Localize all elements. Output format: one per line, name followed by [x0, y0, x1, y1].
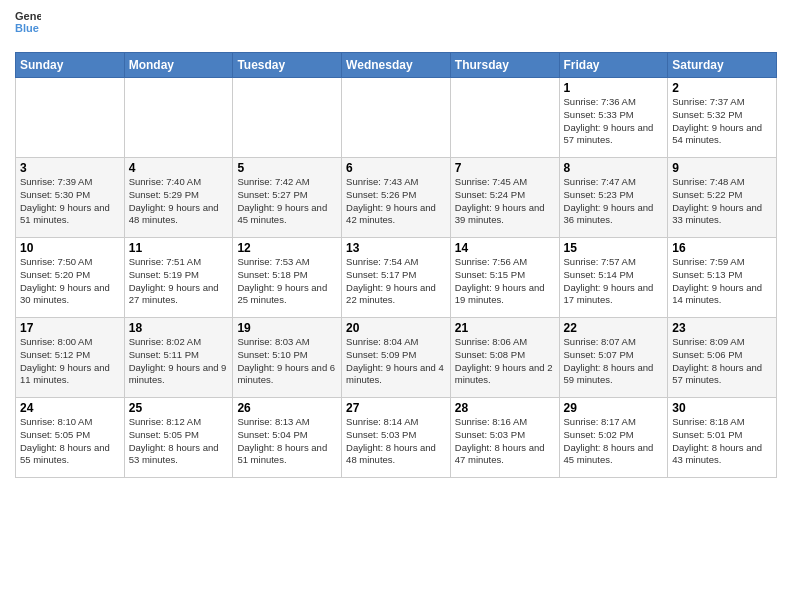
day-cell: 24Sunrise: 8:10 AM Sunset: 5:05 PM Dayli…	[16, 398, 125, 478]
day-number: 6	[346, 161, 446, 175]
day-cell: 17Sunrise: 8:00 AM Sunset: 5:12 PM Dayli…	[16, 318, 125, 398]
header: General Blue	[15, 10, 777, 46]
day-number: 12	[237, 241, 337, 255]
day-cell: 16Sunrise: 7:59 AM Sunset: 5:13 PM Dayli…	[668, 238, 777, 318]
day-number: 18	[129, 321, 229, 335]
day-cell: 20Sunrise: 8:04 AM Sunset: 5:09 PM Dayli…	[342, 318, 451, 398]
day-cell	[342, 78, 451, 158]
day-cell: 10Sunrise: 7:50 AM Sunset: 5:20 PM Dayli…	[16, 238, 125, 318]
day-number: 14	[455, 241, 555, 255]
day-number: 15	[564, 241, 664, 255]
day-number: 5	[237, 161, 337, 175]
day-info: Sunrise: 8:10 AM Sunset: 5:05 PM Dayligh…	[20, 416, 120, 467]
day-cell: 30Sunrise: 8:18 AM Sunset: 5:01 PM Dayli…	[668, 398, 777, 478]
week-row-4: 17Sunrise: 8:00 AM Sunset: 5:12 PM Dayli…	[16, 318, 777, 398]
week-row-3: 10Sunrise: 7:50 AM Sunset: 5:20 PM Dayli…	[16, 238, 777, 318]
day-info: Sunrise: 7:48 AM Sunset: 5:22 PM Dayligh…	[672, 176, 772, 227]
day-number: 26	[237, 401, 337, 415]
day-number: 30	[672, 401, 772, 415]
day-info: Sunrise: 8:16 AM Sunset: 5:03 PM Dayligh…	[455, 416, 555, 467]
day-info: Sunrise: 8:13 AM Sunset: 5:04 PM Dayligh…	[237, 416, 337, 467]
weekday-header-wednesday: Wednesday	[342, 53, 451, 78]
day-number: 25	[129, 401, 229, 415]
day-number: 29	[564, 401, 664, 415]
day-info: Sunrise: 8:02 AM Sunset: 5:11 PM Dayligh…	[129, 336, 229, 387]
weekday-header-row: SundayMondayTuesdayWednesdayThursdayFrid…	[16, 53, 777, 78]
day-info: Sunrise: 8:06 AM Sunset: 5:08 PM Dayligh…	[455, 336, 555, 387]
day-number: 17	[20, 321, 120, 335]
day-info: Sunrise: 7:57 AM Sunset: 5:14 PM Dayligh…	[564, 256, 664, 307]
logo-icon: General Blue	[15, 10, 41, 46]
week-row-1: 1Sunrise: 7:36 AM Sunset: 5:33 PM Daylig…	[16, 78, 777, 158]
day-cell: 11Sunrise: 7:51 AM Sunset: 5:19 PM Dayli…	[124, 238, 233, 318]
day-number: 23	[672, 321, 772, 335]
day-cell: 28Sunrise: 8:16 AM Sunset: 5:03 PM Dayli…	[450, 398, 559, 478]
logo: General Blue	[15, 10, 41, 46]
day-number: 7	[455, 161, 555, 175]
day-number: 21	[455, 321, 555, 335]
day-info: Sunrise: 8:18 AM Sunset: 5:01 PM Dayligh…	[672, 416, 772, 467]
day-cell: 6Sunrise: 7:43 AM Sunset: 5:26 PM Daylig…	[342, 158, 451, 238]
day-number: 19	[237, 321, 337, 335]
day-cell: 5Sunrise: 7:42 AM Sunset: 5:27 PM Daylig…	[233, 158, 342, 238]
weekday-header-sunday: Sunday	[16, 53, 125, 78]
day-info: Sunrise: 8:04 AM Sunset: 5:09 PM Dayligh…	[346, 336, 446, 387]
day-number: 9	[672, 161, 772, 175]
weekday-header-tuesday: Tuesday	[233, 53, 342, 78]
day-info: Sunrise: 8:17 AM Sunset: 5:02 PM Dayligh…	[564, 416, 664, 467]
weekday-header-monday: Monday	[124, 53, 233, 78]
day-number: 4	[129, 161, 229, 175]
day-info: Sunrise: 8:03 AM Sunset: 5:10 PM Dayligh…	[237, 336, 337, 387]
day-info: Sunrise: 8:07 AM Sunset: 5:07 PM Dayligh…	[564, 336, 664, 387]
day-number: 3	[20, 161, 120, 175]
weekday-header-thursday: Thursday	[450, 53, 559, 78]
day-number: 8	[564, 161, 664, 175]
day-cell: 12Sunrise: 7:53 AM Sunset: 5:18 PM Dayli…	[233, 238, 342, 318]
day-cell: 7Sunrise: 7:45 AM Sunset: 5:24 PM Daylig…	[450, 158, 559, 238]
weekday-header-saturday: Saturday	[668, 53, 777, 78]
day-cell: 4Sunrise: 7:40 AM Sunset: 5:29 PM Daylig…	[124, 158, 233, 238]
day-number: 1	[564, 81, 664, 95]
day-info: Sunrise: 7:54 AM Sunset: 5:17 PM Dayligh…	[346, 256, 446, 307]
day-cell	[450, 78, 559, 158]
day-info: Sunrise: 7:51 AM Sunset: 5:19 PM Dayligh…	[129, 256, 229, 307]
day-info: Sunrise: 7:45 AM Sunset: 5:24 PM Dayligh…	[455, 176, 555, 227]
day-info: Sunrise: 7:43 AM Sunset: 5:26 PM Dayligh…	[346, 176, 446, 227]
day-cell: 21Sunrise: 8:06 AM Sunset: 5:08 PM Dayli…	[450, 318, 559, 398]
day-cell: 19Sunrise: 8:03 AM Sunset: 5:10 PM Dayli…	[233, 318, 342, 398]
day-cell: 29Sunrise: 8:17 AM Sunset: 5:02 PM Dayli…	[559, 398, 668, 478]
day-number: 20	[346, 321, 446, 335]
day-number: 27	[346, 401, 446, 415]
day-cell: 8Sunrise: 7:47 AM Sunset: 5:23 PM Daylig…	[559, 158, 668, 238]
day-cell: 22Sunrise: 8:07 AM Sunset: 5:07 PM Dayli…	[559, 318, 668, 398]
day-info: Sunrise: 7:39 AM Sunset: 5:30 PM Dayligh…	[20, 176, 120, 227]
day-info: Sunrise: 8:12 AM Sunset: 5:05 PM Dayligh…	[129, 416, 229, 467]
day-info: Sunrise: 7:42 AM Sunset: 5:27 PM Dayligh…	[237, 176, 337, 227]
day-cell: 3Sunrise: 7:39 AM Sunset: 5:30 PM Daylig…	[16, 158, 125, 238]
day-info: Sunrise: 7:37 AM Sunset: 5:32 PM Dayligh…	[672, 96, 772, 147]
day-cell: 27Sunrise: 8:14 AM Sunset: 5:03 PM Dayli…	[342, 398, 451, 478]
day-cell: 14Sunrise: 7:56 AM Sunset: 5:15 PM Dayli…	[450, 238, 559, 318]
logo-wordmark: General Blue	[15, 10, 41, 46]
day-info: Sunrise: 7:50 AM Sunset: 5:20 PM Dayligh…	[20, 256, 120, 307]
day-cell: 13Sunrise: 7:54 AM Sunset: 5:17 PM Dayli…	[342, 238, 451, 318]
day-cell: 15Sunrise: 7:57 AM Sunset: 5:14 PM Dayli…	[559, 238, 668, 318]
day-info: Sunrise: 8:09 AM Sunset: 5:06 PM Dayligh…	[672, 336, 772, 387]
day-cell: 26Sunrise: 8:13 AM Sunset: 5:04 PM Dayli…	[233, 398, 342, 478]
day-info: Sunrise: 7:47 AM Sunset: 5:23 PM Dayligh…	[564, 176, 664, 227]
day-number: 24	[20, 401, 120, 415]
week-row-5: 24Sunrise: 8:10 AM Sunset: 5:05 PM Dayli…	[16, 398, 777, 478]
day-number: 10	[20, 241, 120, 255]
calendar: SundayMondayTuesdayWednesdayThursdayFrid…	[15, 52, 777, 478]
day-cell	[124, 78, 233, 158]
day-number: 28	[455, 401, 555, 415]
day-info: Sunrise: 7:40 AM Sunset: 5:29 PM Dayligh…	[129, 176, 229, 227]
week-row-2: 3Sunrise: 7:39 AM Sunset: 5:30 PM Daylig…	[16, 158, 777, 238]
page: General Blue SundayMondayTuesdayWednesda…	[0, 0, 792, 612]
day-cell: 9Sunrise: 7:48 AM Sunset: 5:22 PM Daylig…	[668, 158, 777, 238]
day-cell	[16, 78, 125, 158]
day-cell: 1Sunrise: 7:36 AM Sunset: 5:33 PM Daylig…	[559, 78, 668, 158]
day-info: Sunrise: 8:00 AM Sunset: 5:12 PM Dayligh…	[20, 336, 120, 387]
day-cell: 18Sunrise: 8:02 AM Sunset: 5:11 PM Dayli…	[124, 318, 233, 398]
day-cell: 25Sunrise: 8:12 AM Sunset: 5:05 PM Dayli…	[124, 398, 233, 478]
